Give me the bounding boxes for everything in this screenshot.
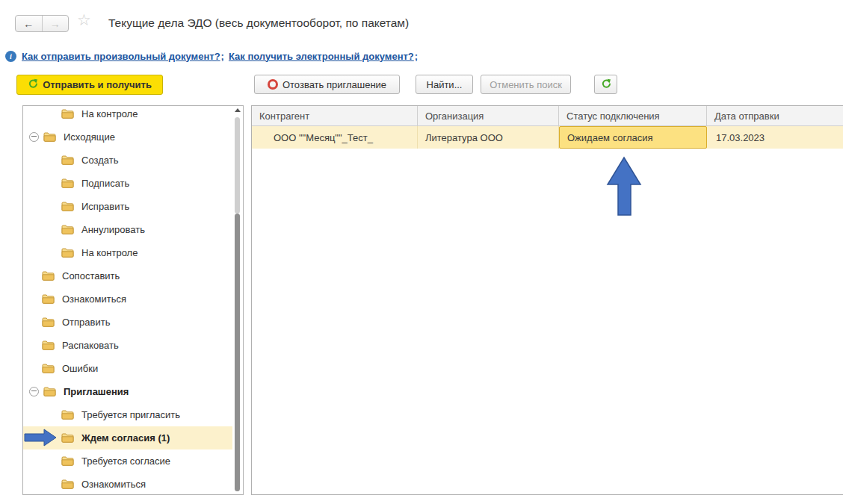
tree-item[interactable]: Приглашения [23, 380, 232, 403]
tree-item[interactable]: Отправить [23, 311, 232, 334]
folder-icon [43, 387, 56, 396]
tree-item[interactable]: Требуется пригласить [23, 403, 232, 426]
help-link-send-document[interactable]: Как отправить произвольный документ? [22, 51, 220, 62]
back-arrow-icon: ← [23, 18, 34, 30]
connection-status-cell[interactable]: Ожидаем согласия [559, 126, 707, 149]
folder-icon [61, 433, 74, 443]
column-header[interactable]: Дата отправки [707, 106, 843, 125]
edo-current-affairs-window: ← → ☆ Текущие дела ЭДО (весь документооб… [0, 0, 843, 504]
column-header[interactable]: Статус подключения [559, 106, 707, 125]
tree-scrollbar[interactable] [234, 106, 241, 494]
refresh-icon-slot [28, 78, 38, 91]
help-line: i Как отправить произвольный документ?; … [5, 49, 422, 63]
find-label: Найти... [427, 79, 463, 90]
tree-item-label: На контроле [81, 247, 138, 258]
revoke-invitation-button[interactable]: Отозвать приглашение [254, 75, 400, 94]
folder-icon [61, 202, 74, 211]
refresh-list-button[interactable] [594, 75, 617, 94]
revoke-icon [268, 79, 278, 90]
favorite-star-icon[interactable]: ☆ [77, 11, 91, 29]
folder-icon [61, 248, 74, 258]
tree-item[interactable]: Сопоставить [23, 264, 232, 287]
find-button[interactable]: Найти... [416, 75, 473, 94]
scroll-up-icon[interactable] [235, 108, 241, 112]
tree-item-label: Распаковать [62, 340, 119, 351]
tree-item[interactable]: Требуется согласие [23, 449, 232, 473]
tree-item-label: Ошибки [62, 363, 98, 374]
tree-item-label: Ознакомиться [81, 479, 146, 490]
folder-icon [42, 271, 55, 281]
folder-icon [61, 178, 74, 188]
tree-item[interactable]: Аннулировать [23, 218, 232, 241]
scrollbar-track[interactable] [235, 117, 240, 214]
tree-item[interactable]: Исходящие [23, 125, 232, 149]
documents-table-panel: КонтрагентОрганизацияСтатус подключенияД… [251, 105, 843, 495]
back-button[interactable]: ← [16, 16, 42, 31]
page-title: Текущие дела ЭДО (весь документооборот, … [108, 14, 409, 32]
tree-item[interactable]: Распаковать [23, 334, 232, 357]
tree-item-label: На контроле [81, 108, 138, 119]
separator: ; [221, 51, 224, 62]
send-and-receive-button[interactable]: Отправить и получить [16, 75, 163, 95]
refresh-icon-slot [601, 78, 611, 91]
forward-button[interactable]: → [42, 16, 69, 31]
collapse-minus-icon[interactable] [29, 132, 39, 142]
send-and-receive-label: Отправить и получить [43, 79, 152, 90]
tree-item[interactable]: Подписать [23, 172, 232, 195]
scrollbar-thumb[interactable] [235, 214, 240, 491]
tree-item[interactable]: Ошибки [23, 357, 232, 380]
folder-icon [61, 479, 74, 489]
info-icon: i [5, 51, 16, 62]
tree-item-label: Создать [81, 155, 118, 166]
forward-arrow-icon: → [50, 18, 61, 30]
contractor-cell[interactable]: ООО ""Месяц""_Тест_ [252, 126, 418, 149]
column-header[interactable]: Контрагент [252, 106, 418, 125]
folder-tree: На контроле Исходящие Создать Подписать … [23, 105, 243, 495]
table-header: КонтрагентОрганизацияСтатус подключенияД… [252, 106, 843, 126]
folder-icon [61, 225, 74, 234]
refresh-icon [601, 78, 611, 89]
folder-icon [61, 109, 74, 119]
tree-item-label: Ознакомиться [62, 293, 126, 305]
tree-item-label: Ждем согласия (1) [81, 432, 170, 444]
folder-icon [42, 294, 55, 304]
cancel-search-button[interactable]: Отменить поиск [481, 75, 571, 94]
folder-icon [42, 340, 55, 350]
collapse-minus-icon[interactable] [29, 387, 39, 396]
help-link-receive-document[interactable]: Как получить электронный документ? [229, 51, 414, 62]
tree-item[interactable]: Создать [23, 149, 232, 172]
tree-item[interactable]: Ждем согласия (1) [23, 426, 232, 449]
tree-item-label: Требуется пригласить [81, 409, 180, 420]
folder-tree-panel: На контроле Исходящие Создать Подписать … [22, 105, 244, 495]
folder-icon [42, 364, 55, 373]
send-date-cell[interactable]: 17.03.2023 [707, 126, 843, 149]
tree-item[interactable]: Ознакомиться [23, 287, 232, 311]
cancel-search-label: Отменить поиск [490, 79, 562, 90]
column-header[interactable]: Организация [418, 106, 559, 125]
folder-icon [61, 410, 74, 420]
table-body: ООО ""Месяц""_Тест_Литература ООООжидаем… [252, 126, 843, 149]
table-row[interactable]: ООО ""Месяц""_Тест_Литература ООООжидаем… [252, 126, 843, 149]
folder-icon [43, 132, 56, 142]
tree-item[interactable]: Исправить [23, 195, 232, 218]
separator: ; [415, 51, 418, 62]
folder-icon [61, 155, 74, 165]
organization-cell[interactable]: Литература ООО [418, 126, 559, 149]
tree-item[interactable]: На контроле [23, 241, 232, 264]
tree-item-label: Подписать [81, 178, 129, 189]
tree-item-label: Исправить [81, 201, 129, 212]
folder-icon [42, 317, 55, 327]
tree-item-label: Отправить [62, 317, 110, 328]
tree-item-label: Аннулировать [81, 224, 145, 235]
tree-item-label: Сопоставить [62, 270, 120, 281]
history-nav: ← → [15, 15, 69, 32]
folder-icon [61, 456, 74, 466]
refresh-icon [28, 78, 38, 89]
tree-item-label: Исходящие [64, 131, 115, 143]
tree-item[interactable]: На контроле [23, 105, 232, 125]
tree-item[interactable]: Ознакомиться [23, 473, 232, 495]
tree-item-label: Приглашения [64, 386, 129, 397]
tree-item-label: Требуется согласие [81, 455, 170, 467]
revoke-invitation-label: Отозвать приглашение [282, 79, 386, 90]
